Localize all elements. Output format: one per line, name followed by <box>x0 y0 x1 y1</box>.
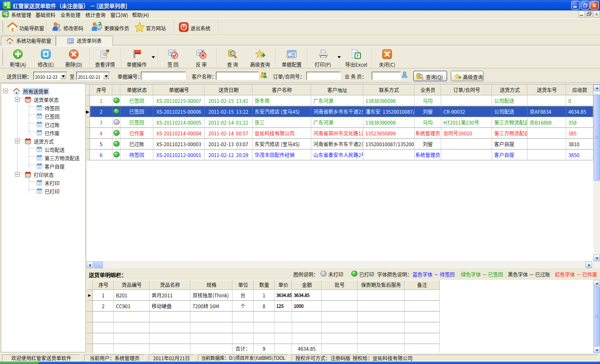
svg-text:21: 21 <box>38 123 41 127</box>
svg-text:21: 21 <box>38 148 41 152</box>
svg-text:21: 21 <box>38 165 41 169</box>
svg-text:21: 21 <box>38 132 41 135</box>
svg-text:21: 21 <box>38 157 41 160</box>
svg-text:21: 21 <box>38 107 41 110</box>
svg-text:21: 21 <box>38 182 41 185</box>
svg-text:21: 21 <box>38 115 41 119</box>
svg-text:21: 21 <box>38 190 41 194</box>
